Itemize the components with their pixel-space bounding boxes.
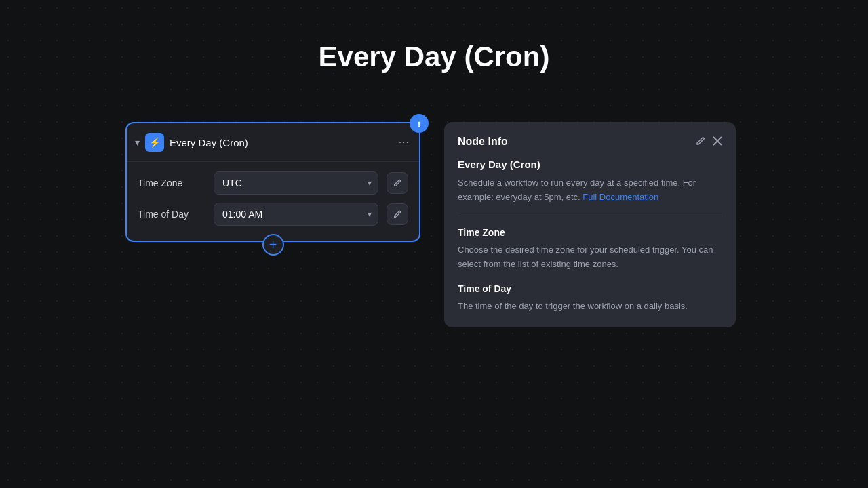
- edit-icon-2: [393, 209, 402, 219]
- node-type-icon: ⚡: [145, 133, 164, 152]
- node-header: ▾ ⚡ Every Day (Cron) ···: [127, 123, 419, 162]
- panel-timeofday-section: Time of Day The time of the day to trigg…: [458, 283, 722, 314]
- timeofday-label: Time of Day: [138, 209, 205, 220]
- timezone-select[interactable]: UTC: [214, 171, 378, 195]
- panel-close-button[interactable]: [713, 136, 722, 147]
- node-title: Every Day (Cron): [170, 137, 393, 148]
- panel-header: Node Info: [458, 136, 722, 148]
- panel-close-icon: [713, 136, 722, 146]
- timezone-edit-button[interactable]: [387, 172, 408, 194]
- timeofday-field-row: Time of Day 01:00 AM ▾: [138, 203, 408, 226]
- node-info-button[interactable]: i: [410, 114, 429, 133]
- panel-actions: [695, 136, 722, 148]
- node-menu-button[interactable]: ···: [399, 136, 410, 148]
- panel-main-section: Every Day (Cron) Schedule a workflow to …: [458, 159, 722, 205]
- panel-title: Node Info: [458, 136, 508, 148]
- full-documentation-link[interactable]: Full Documentation: [583, 192, 658, 202]
- node-fields: Time Zone UTC ▾ Time of Day 01:00 AM ▾: [127, 162, 419, 235]
- panel-timezone-section-desc: Choose the desired time zone for your sc…: [458, 243, 722, 272]
- node-collapse-chevron[interactable]: ▾: [135, 137, 140, 148]
- page-title: Every Day (Cron): [319, 41, 550, 73]
- node-card: i ▾ ⚡ Every Day (Cron) ··· Time Zone UTC…: [125, 122, 420, 242]
- panel-divider: [458, 216, 722, 216]
- node-info-panel: Node Info Every Day (Cron) Schedule a wo…: [444, 122, 736, 327]
- timezone-label: Time Zone: [138, 178, 205, 188]
- timezone-field-row: Time Zone UTC ▾: [138, 171, 408, 195]
- panel-edit-button[interactable]: [695, 136, 706, 148]
- panel-timeofday-section-title: Time of Day: [458, 283, 722, 294]
- panel-pencil-icon: [695, 136, 706, 146]
- panel-main-title: Every Day (Cron): [458, 159, 722, 170]
- panel-timezone-section: Time Zone Choose the desired time zone f…: [458, 227, 722, 272]
- panel-timeofday-section-desc: The time of the day to trigger the workf…: [458, 300, 722, 314]
- timeofday-select-wrap: 01:00 AM ▾: [214, 203, 378, 226]
- timezone-select-wrap: UTC ▾: [214, 171, 378, 195]
- timeofday-select[interactable]: 01:00 AM: [214, 203, 378, 226]
- timeofday-edit-button[interactable]: [387, 203, 408, 225]
- edit-icon: [393, 178, 402, 188]
- panel-main-desc: Schedule a workflow to run every day at …: [458, 176, 722, 205]
- panel-timezone-section-title: Time Zone: [458, 227, 722, 238]
- add-node-button[interactable]: +: [262, 234, 284, 256]
